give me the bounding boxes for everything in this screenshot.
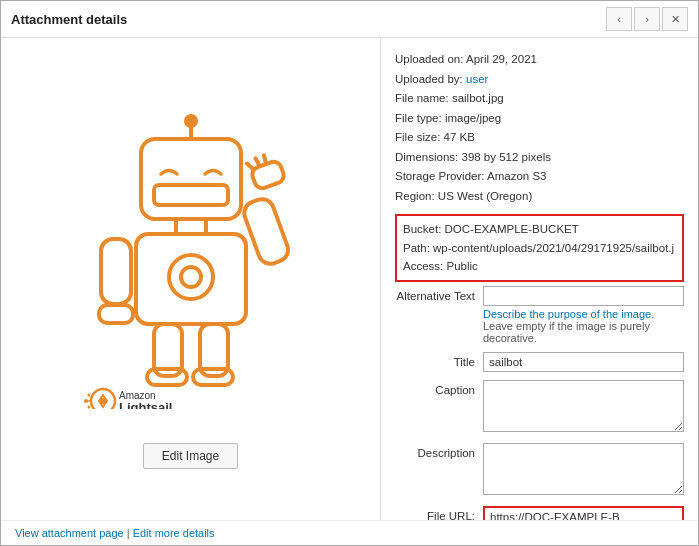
svg-point-7 <box>169 255 213 299</box>
svg-rect-12 <box>250 160 286 191</box>
uploaded-on-label: Uploaded on: <box>395 53 463 65</box>
main-content: Amazon Lightsail Edit Image Uploaded on:… <box>1 38 698 520</box>
file-size-value: 47 KB <box>444 131 475 143</box>
svg-point-24 <box>87 406 90 409</box>
alt-text-help-text: Leave empty if the image is purely decor… <box>483 320 684 344</box>
titlebar-controls: ‹ › ✕ <box>606 7 688 31</box>
svg-rect-6 <box>136 234 246 324</box>
file-url-label: File URL: <box>395 506 483 520</box>
access-label: Access: <box>403 260 443 272</box>
file-name-label: File name: <box>395 92 449 104</box>
file-url-row: File URL: Copy URL to clipboard <box>395 506 684 520</box>
titlebar: Attachment details ‹ › ✕ <box>1 1 698 38</box>
logo-area: Amazon Lightsail <box>84 389 172 409</box>
view-attachment-link[interactable]: View attachment page <box>15 527 124 539</box>
description-textarea[interactable] <box>483 443 684 495</box>
dimensions-value: 398 by 512 pixels <box>461 151 551 163</box>
svg-line-13 <box>246 162 252 170</box>
right-panel[interactable]: Uploaded on: April 29, 2021 Uploaded by:… <box>381 38 698 520</box>
svg-point-2 <box>186 116 196 126</box>
svg-rect-10 <box>99 305 133 323</box>
alt-text-row: Alternative Text Describe the purpose of… <box>395 286 684 344</box>
storage-provider-label: Storage Provider: <box>395 170 485 182</box>
svg-text:Lightsail: Lightsail <box>119 400 172 409</box>
image-preview: Amazon Lightsail <box>41 89 341 429</box>
bucket-path-box: Bucket: DOC-EXAMPLE-BUCKET Path: wp-cont… <box>395 214 684 281</box>
window-title: Attachment details <box>11 12 127 27</box>
file-name-value: sailbot.jpg <box>452 92 504 104</box>
uploaded-by-link[interactable]: user <box>466 73 488 85</box>
caption-label: Caption <box>395 380 483 396</box>
file-url-field: Copy URL to clipboard <box>483 506 684 520</box>
storage-provider-value: Amazon S3 <box>487 170 546 182</box>
file-type-label: File type: <box>395 112 442 124</box>
title-field <box>483 352 684 372</box>
edit-image-button[interactable]: Edit Image <box>143 443 238 469</box>
forward-button[interactable]: › <box>634 7 660 31</box>
caption-field <box>483 380 684 435</box>
svg-line-14 <box>255 158 259 166</box>
footer-links: View attachment page | Edit more details <box>1 520 698 545</box>
file-size-label: File size: <box>395 131 440 143</box>
title-label: Title <box>395 352 483 368</box>
caption-textarea[interactable] <box>483 380 684 432</box>
caption-row: Caption <box>395 380 684 435</box>
svg-point-8 <box>181 267 201 287</box>
bucket-value: DOC-EXAMPLE-BUCKET <box>445 223 579 235</box>
close-button[interactable]: ✕ <box>662 7 688 31</box>
title-input[interactable] <box>483 352 684 372</box>
description-row: Description <box>395 443 684 498</box>
edit-more-details-link[interactable]: Edit more details <box>133 527 215 539</box>
title-row: Title <box>395 352 684 372</box>
path-label: Path: <box>403 242 430 254</box>
meta-section: Uploaded on: April 29, 2021 Uploaded by:… <box>395 50 684 206</box>
svg-point-23 <box>87 394 90 397</box>
bucket-label: Bucket: <box>403 223 441 235</box>
access-value: Public <box>446 260 477 272</box>
back-button[interactable]: ‹ <box>606 7 632 31</box>
svg-rect-9 <box>101 239 131 304</box>
description-label: Description <box>395 443 483 459</box>
alt-text-help-link[interactable]: Describe the purpose of the image. <box>483 308 684 320</box>
region-value: US West (Oregon) <box>438 190 532 202</box>
uploaded-on-value: April 29, 2021 <box>466 53 537 65</box>
description-field <box>483 443 684 498</box>
alt-text-input[interactable] <box>483 286 684 306</box>
svg-point-21 <box>100 398 106 404</box>
left-panel: Amazon Lightsail Edit Image <box>1 38 381 520</box>
svg-rect-11 <box>240 196 290 267</box>
uploaded-by-label: Uploaded by: <box>395 73 463 85</box>
dimensions-label: Dimensions: <box>395 151 458 163</box>
path-value: wp-content/uploads/2021/04/29171925/sail… <box>433 242 674 254</box>
region-label: Region: <box>395 190 435 202</box>
alt-text-field: Describe the purpose of the image. Leave… <box>483 286 684 344</box>
alt-text-label: Alternative Text <box>395 286 483 302</box>
file-url-input[interactable] <box>483 506 684 520</box>
attachment-details-window: Attachment details ‹ › ✕ <box>0 0 699 546</box>
svg-rect-3 <box>154 185 228 205</box>
robot-image: Amazon Lightsail <box>61 109 321 409</box>
svg-line-15 <box>263 155 267 163</box>
file-type-value: image/jpeg <box>445 112 501 124</box>
